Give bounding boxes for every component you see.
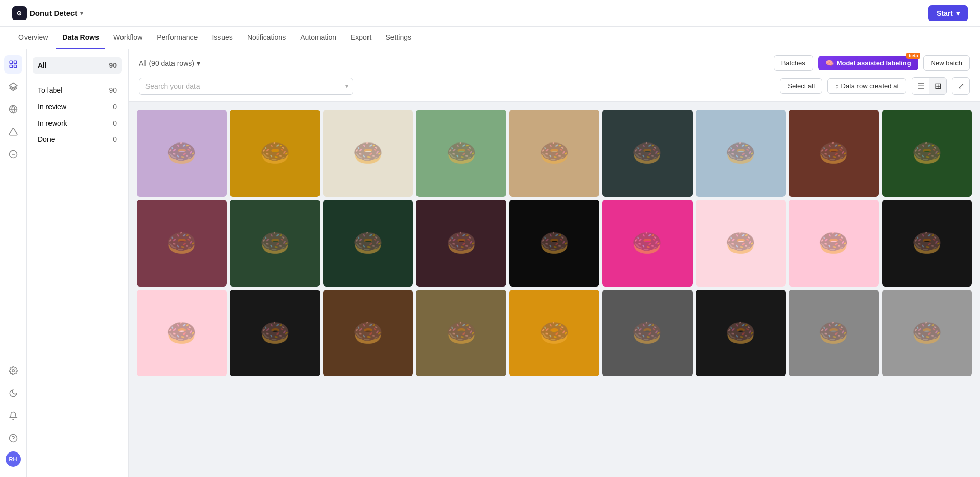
grid-item[interactable]: 🍩 — [230, 200, 320, 287]
topbar: Donut Detect ▾ Start ▾ — [0, 0, 980, 27]
beta-badge: beta — [906, 53, 920, 59]
filter-sidebar: All 90 To label 90 In review 0 In rework… — [27, 49, 129, 477]
grid-item[interactable]: 🍩 — [509, 110, 599, 197]
grid-item[interactable]: 🍩 — [323, 110, 413, 197]
sidebar-icon-moon[interactable] — [4, 384, 22, 402]
filter-to-label-count: 90 — [109, 86, 117, 94]
grid-item[interactable]: 🍩 — [137, 110, 227, 197]
grid-item[interactable]: 🍩 — [137, 290, 227, 376]
sort-button[interactable]: ↕ Data row created at — [827, 78, 906, 94]
header-right-controls: Select all ↕ Data row created at ☰ ⊞ ⤢ — [780, 77, 970, 95]
grid-item[interactable]: 🍩 — [882, 200, 972, 287]
grid-item[interactable]: 🍩 — [416, 110, 506, 197]
filter-done-count: 0 — [113, 135, 117, 144]
sidebar-icon-tag[interactable] — [4, 100, 22, 118]
filter-in-review-count: 0 — [113, 103, 117, 111]
grid-item[interactable]: 🍩 — [602, 290, 692, 376]
filter-all-label: All — [38, 61, 47, 69]
grid-item[interactable]: 🍩 — [323, 290, 413, 376]
avatar[interactable]: RH — [6, 451, 21, 467]
filter-to-label-text: To label — [38, 86, 62, 94]
tab-export[interactable]: Export — [345, 27, 377, 49]
model-assisted-button[interactable]: 🧠 Model assisted labeling beta — [818, 56, 918, 70]
svg-point-11 — [12, 370, 14, 372]
filter-all[interactable]: All 90 — [33, 57, 122, 74]
svg-rect-4 — [10, 65, 12, 68]
grid-item[interactable]: 🍩 — [696, 290, 786, 376]
list-view-button[interactable]: ☰ — [912, 78, 929, 94]
sidebar-icon-bell[interactable] — [4, 407, 22, 425]
filter-all-count: 90 — [109, 61, 117, 69]
grid-item[interactable]: 🍩 — [789, 110, 878, 197]
tab-overview[interactable]: Overview — [12, 27, 54, 49]
content-header-top: All (90 data rows) ▾ Batches 🧠 Model ass… — [139, 55, 970, 71]
start-button[interactable]: Start ▾ — [928, 5, 968, 21]
chevron-down-icon[interactable]: ▾ — [80, 10, 83, 17]
tab-data-rows[interactable]: Data Rows — [56, 27, 105, 49]
svg-rect-5 — [14, 65, 16, 68]
batches-button[interactable]: Batches — [774, 55, 813, 71]
grid-item[interactable]: 🍩 — [137, 200, 227, 287]
content-header: All (90 data rows) ▾ Batches 🧠 Model ass… — [129, 49, 980, 102]
svg-rect-3 — [14, 61, 16, 63]
grid-item[interactable]: 🍩 — [509, 290, 599, 376]
sidebar-icon-circle[interactable] — [4, 145, 22, 163]
tab-settings[interactable]: Settings — [379, 27, 418, 49]
grid-item[interactable]: 🍩 — [789, 200, 878, 287]
grid-item[interactable]: 🍩 — [230, 110, 320, 197]
grid-view-button[interactable]: ⊞ — [929, 78, 946, 94]
grid-item[interactable]: 🍩 — [416, 200, 506, 287]
content-header-bottom: ▾ Select all ↕ Data row created at ☰ ⊞ ⤢ — [139, 77, 970, 95]
grid-item[interactable]: 🍩 — [882, 290, 972, 376]
sidebar-icon-triangle[interactable] — [4, 123, 22, 141]
grid-item[interactable]: 🍩 — [230, 290, 320, 376]
filter-in-rework-text: In rework — [38, 119, 67, 127]
content-area: All (90 data rows) ▾ Batches 🧠 Model ass… — [129, 49, 980, 477]
grid-item[interactable]: 🍩 — [602, 110, 692, 197]
grid-item[interactable]: 🍩 — [509, 200, 599, 287]
grid-item[interactable]: 🍩 — [789, 290, 878, 376]
header-buttons: Batches 🧠 Model assisted labeling beta N… — [774, 55, 970, 71]
brain-icon: 🧠 — [825, 59, 834, 67]
project-name[interactable]: Donut Detect — [30, 9, 77, 17]
sidebar-icon-home[interactable] — [4, 55, 22, 74]
filter-in-review[interactable]: In review 0 — [33, 99, 122, 115]
filter-in-rework[interactable]: In rework 0 — [33, 115, 122, 131]
grid-item[interactable]: 🍩 — [416, 290, 506, 376]
expand-button[interactable]: ⤢ — [952, 77, 970, 95]
tab-issues[interactable]: Issues — [206, 27, 238, 49]
grid-item[interactable]: 🍩 — [882, 110, 972, 197]
filter-done[interactable]: Done 0 — [33, 131, 122, 148]
sidebar-icon-settings[interactable] — [4, 362, 22, 380]
filter-to-label[interactable]: To label 90 — [33, 82, 122, 99]
sidebar-icon-layers[interactable] — [4, 78, 22, 96]
filter-in-rework-count: 0 — [113, 119, 117, 127]
sidebar-icon-help[interactable] — [4, 429, 22, 447]
nav-tabs: Overview Data Rows Workflow Performance … — [0, 27, 980, 49]
svg-rect-2 — [10, 61, 12, 63]
app-logo[interactable] — [12, 6, 27, 20]
tab-automation[interactable]: Automation — [294, 27, 342, 49]
grid-item[interactable]: 🍩 — [602, 200, 692, 287]
tab-performance[interactable]: Performance — [151, 27, 204, 49]
view-toggle: ☰ ⊞ — [912, 77, 947, 95]
data-rows-summary[interactable]: All (90 data rows) ▾ — [139, 59, 200, 67]
image-grid: 🍩🍩🍩🍩🍩🍩🍩🍩🍩🍩🍩🍩🍩🍩🍩🍩🍩🍩🍩🍩🍩🍩🍩🍩🍩🍩🍩 — [129, 102, 980, 477]
grid-item[interactable]: 🍩 — [696, 200, 786, 287]
topbar-left: Donut Detect ▾ — [12, 6, 83, 20]
filter-in-review-text: In review — [38, 103, 66, 111]
icon-sidebar: RH — [0, 49, 27, 477]
filter-divider — [33, 78, 122, 78]
select-all-button[interactable]: Select all — [780, 78, 822, 94]
chevron-down-icon: ▾ — [197, 59, 200, 67]
new-batch-button[interactable]: New batch — [923, 55, 970, 71]
chevron-down-icon: ▾ — [345, 83, 348, 90]
grid-item[interactable]: 🍩 — [696, 110, 786, 197]
grid-item[interactable]: 🍩 — [323, 200, 413, 287]
search-input[interactable] — [139, 78, 353, 95]
search-input-wrap: ▾ — [139, 78, 353, 95]
tab-workflow[interactable]: Workflow — [107, 27, 149, 49]
main-layout: RH All 90 To label 90 In review 0 In rew… — [0, 49, 980, 477]
tab-notifications[interactable]: Notifications — [241, 27, 292, 49]
filter-done-text: Done — [38, 135, 55, 144]
